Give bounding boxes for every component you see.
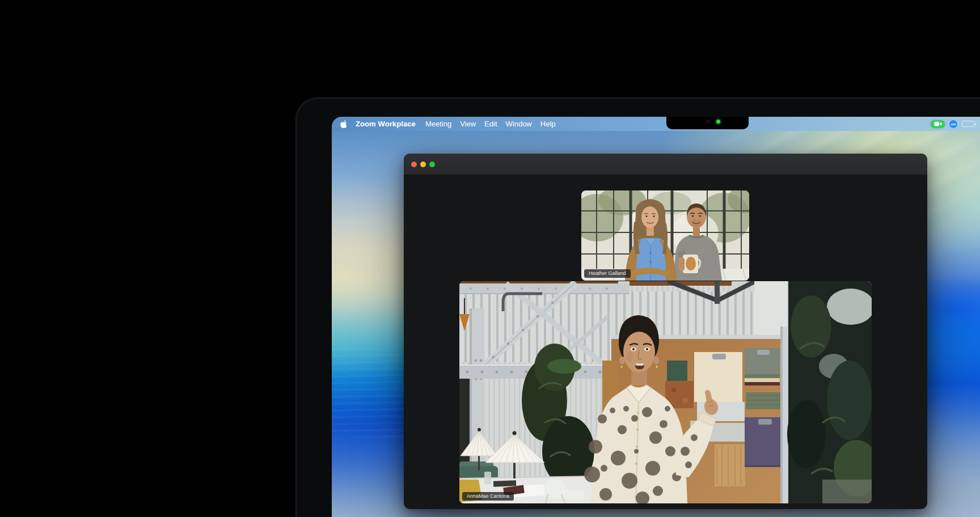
plant-right	[787, 281, 872, 503]
menu-meeting[interactable]: Meeting	[425, 120, 451, 128]
menubar-status-area: zm	[931, 120, 977, 128]
window-titlebar[interactable]	[404, 154, 927, 175]
video-tile-large[interactable]: AnnaMae Cantoria	[459, 281, 872, 503]
menu-view[interactable]: View	[460, 120, 476, 128]
macbook-screen: Zoom Workplace Meeting View Edit Window …	[332, 117, 980, 517]
zoom-button[interactable]	[429, 162, 435, 167]
camera-active-indicator[interactable]	[931, 120, 945, 128]
video-feed-speaker	[459, 281, 872, 503]
menu-window[interactable]: Window	[506, 120, 532, 128]
video-tile-small[interactable]: Heather Galland	[581, 190, 749, 281]
menu-help[interactable]: Help	[540, 120, 556, 128]
display-notch	[666, 117, 749, 129]
battery-nub	[975, 123, 977, 126]
camera-on-indicator-light	[716, 120, 720, 124]
zoom-app-badge[interactable]: zm	[949, 120, 957, 128]
battery-indicator[interactable]	[962, 121, 974, 127]
menu-edit[interactable]: Edit	[484, 120, 497, 128]
apple-menu[interactable]	[340, 120, 348, 129]
video-camera-icon	[934, 121, 942, 126]
menu-app-name[interactable]: Zoom Workplace	[356, 120, 416, 128]
participant-name-tag: Heather Galland	[584, 269, 631, 278]
apple-icon	[340, 120, 348, 129]
zoom-meeting-window: Heather Galland	[404, 154, 927, 509]
facetime-camera-lens	[706, 120, 710, 124]
close-button[interactable]	[411, 162, 417, 167]
participant-name-tag: AnnaMae Cantoria	[462, 492, 514, 501]
menu-bar: Zoom Workplace Meeting View Edit Window …	[332, 117, 980, 131]
desktop: Zoom Workplace Meeting View Edit Window …	[0, 0, 980, 517]
minimize-button[interactable]	[420, 162, 426, 167]
video-feed-couple	[581, 190, 749, 281]
